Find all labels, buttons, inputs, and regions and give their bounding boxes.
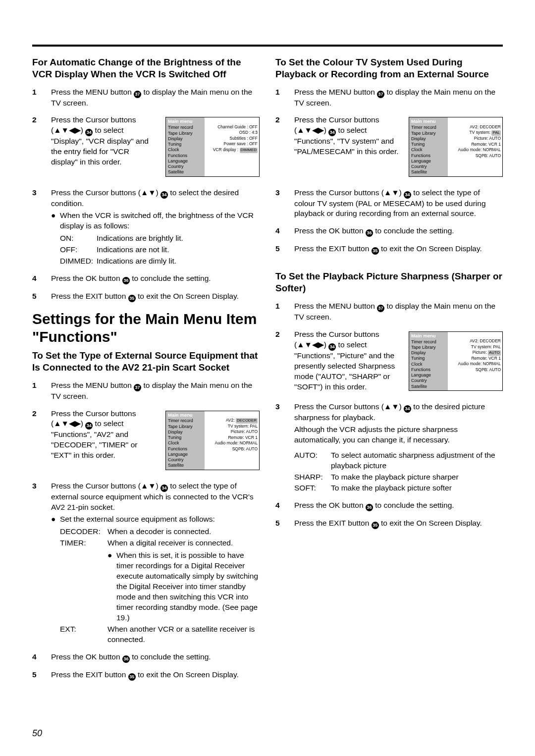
- ref-icon: 34: [160, 485, 168, 492]
- ref-icon: 37: [134, 91, 141, 98]
- ref-icon: 34: [160, 191, 168, 199]
- step: 4 Press the OK button 36 to conclude the…: [32, 652, 260, 663]
- step: 1 Press the MENU button 37 to display th…: [32, 87, 260, 108]
- ref-icon: 35: [372, 522, 379, 529]
- step: 4 Press the OK button 36 to conclude the…: [275, 500, 503, 511]
- two-column-layout: For Automatic Change of the Brightness o…: [32, 56, 503, 688]
- bullet-icon: ●: [51, 211, 57, 267]
- sub-heading: To Set the Type of External Source Equip…: [32, 350, 260, 374]
- ref-icon: 37: [377, 91, 384, 98]
- ref-icon: 36: [122, 655, 130, 663]
- step: 3 Press the Cursor buttons (▲▼) 34 to th…: [275, 402, 503, 493]
- bullet-icon: ●: [51, 514, 57, 645]
- step: 2 Press the Cursor buttons (▲▼◀▶) 34 to …: [32, 115, 260, 180]
- step: 4 Press the OK button 36 to conclude the…: [32, 273, 260, 284]
- ref-icon: 34: [328, 129, 336, 136]
- sub-heading: To Set the Playback Picture Sharpness (S…: [275, 270, 503, 294]
- step: 3 Press the Cursor buttons (▲▼) 34 to se…: [275, 188, 503, 219]
- step: 5 Press the EXIT button 35 to exit the O…: [32, 291, 260, 302]
- step: 5 Press the EXIT button 35 to exit the O…: [32, 670, 260, 681]
- ref-icon: 36: [366, 504, 373, 511]
- step: 4 Press the OK button 36 to conclude the…: [275, 226, 503, 237]
- step: 2 Press the Cursor buttons (▲▼◀▶) 34 to …: [32, 409, 260, 474]
- left-column: For Automatic Change of the Brightness o…: [32, 56, 260, 688]
- ref-icon: 34: [85, 422, 93, 430]
- ref-icon: 34: [85, 129, 93, 136]
- ref-icon: 35: [372, 247, 379, 255]
- osd-screenshot-tvsystem: Main menu Timer recordTape LibraryDispla…: [409, 117, 503, 176]
- osd-screenshot-av2: Main menu Timer recordTape LibraryDispla…: [165, 411, 260, 470]
- step: 1 Press the MENU button 37 to display th…: [275, 301, 503, 323]
- ref-icon: 35: [128, 295, 136, 302]
- ref-icon: 37: [134, 384, 141, 391]
- step: 1 Press the MENU button 37 to display th…: [32, 380, 260, 402]
- ref-icon: 34: [404, 405, 411, 413]
- ref-icon: 36: [122, 277, 130, 284]
- right-column: To Set the Colour TV System Used During …: [275, 56, 503, 688]
- bullet-icon: ●: [107, 550, 113, 623]
- page-number: 50: [32, 727, 503, 739]
- top-rule: [32, 45, 503, 47]
- step: 3 Press the Cursor buttons (▲▼) 34 to se…: [32, 188, 260, 267]
- step: 2 Press the Cursor buttons (▲▼◀▶) 34 to …: [275, 329, 503, 395]
- step: 5 Press the EXIT button 35 to exit the O…: [275, 518, 503, 529]
- ref-icon: 37: [377, 305, 384, 312]
- main-heading: Settings for the Main Menu Item "Functio…: [32, 310, 260, 346]
- section-heading: To Set the Colour TV System Used During …: [275, 56, 503, 80]
- ref-icon: 35: [128, 673, 136, 681]
- step: 2 Press the Cursor buttons (▲▼◀▶) 34 to …: [275, 115, 503, 180]
- osd-screenshot-picture: Main menu Timer recordTape LibraryDispla…: [409, 331, 503, 391]
- ref-icon: 34: [404, 191, 411, 199]
- ref-icon: 36: [366, 229, 373, 237]
- step: 3 Press the Cursor buttons (▲▼) 34 to se…: [32, 481, 260, 645]
- ref-icon: 34: [328, 343, 336, 351]
- section-heading: For Automatic Change of the Brightness o…: [32, 56, 260, 80]
- step: 1 Press the MENU button 37 to display th…: [275, 87, 503, 108]
- step: 5 Press the EXIT button 35 to exit the O…: [275, 244, 503, 255]
- osd-screenshot-display: Main menu Timer recordTape LibraryDispla…: [165, 117, 260, 176]
